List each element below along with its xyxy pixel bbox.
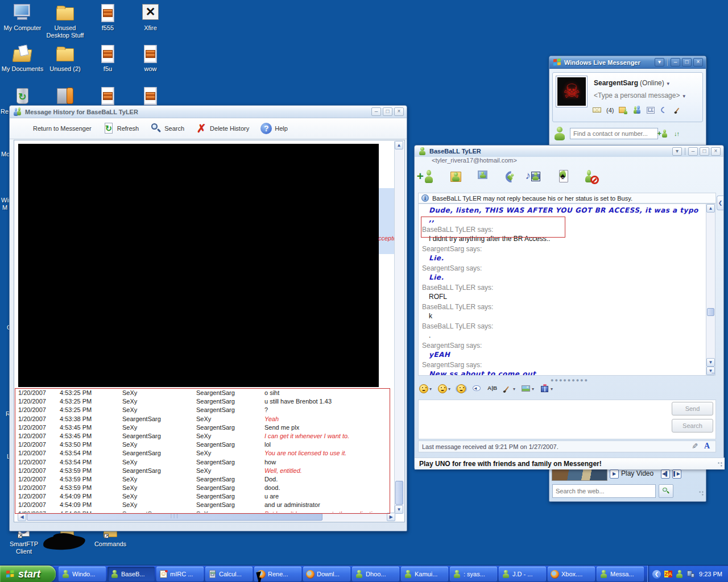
- log-row[interactable]: 1/20/2007 4:53:45 PM SeargentSarg SeXy I…: [18, 432, 395, 440]
- desktop-icon[interactable]: wow: [129, 44, 172, 73]
- format-toolbar-button[interactable]: [539, 383, 554, 394]
- scroll-left-arrow[interactable]: ◀: [18, 513, 26, 521]
- scrollbar-thumb[interactable]: [707, 308, 714, 316]
- personal-message[interactable]: <Type a personal message> ▼: [594, 92, 686, 99]
- desktop-icon[interactable]: Xfire: [129, 3, 172, 39]
- close-button[interactable]: ×: [693, 58, 703, 66]
- web-search-button[interactable]: [659, 484, 673, 498]
- minimize-button[interactable]: –: [688, 147, 698, 156]
- scroll-to-bottom-button[interactable]: ▼̲: [706, 367, 715, 375]
- format-toolbar-button[interactable]: [437, 383, 452, 394]
- taskbar-button[interactable]: Messa...: [597, 567, 644, 581]
- handwriting-mode-icon[interactable]: [692, 443, 700, 451]
- chat-toolbar-icon[interactable]: [450, 169, 465, 184]
- log-row[interactable]: 1/20/2007 4:54:09 PM SeXy SeargentSarg a…: [18, 501, 395, 509]
- desktop-icon[interactable]: [129, 86, 172, 106]
- format-toolbar-button[interactable]: [502, 383, 516, 394]
- display-tray-icon[interactable]: [686, 570, 694, 579]
- tray-chevron-icon[interactable]: ❮: [652, 570, 661, 579]
- window-menu-button[interactable]: ▾: [655, 58, 664, 66]
- search-button[interactable]: Search: [672, 419, 713, 433]
- appearance-brush-icon[interactable]: [673, 106, 682, 114]
- history-toolbar-button[interactable]: Delete History: [191, 120, 254, 136]
- scroll-right-arrow[interactable]: ▶: [387, 513, 395, 521]
- resize-grip[interactable]: [698, 490, 705, 497]
- avatar[interactable]: [556, 76, 587, 107]
- history-toolbar-button[interactable]: Refresh: [98, 120, 144, 136]
- format-toolbar-button[interactable]: [471, 383, 482, 394]
- log-row[interactable]: 1/20/2007 4:53:59 PM SeXy SeargentSarg d…: [18, 484, 395, 492]
- scroll-down-arrow[interactable]: ▼: [395, 505, 403, 514]
- chat-toolbar-icon[interactable]: [531, 169, 545, 184]
- desktop-icon[interactable]: [44, 86, 86, 106]
- contacts-icon[interactable]: [632, 106, 641, 114]
- conversation-area[interactable]: Dude, listen, THIS WAS AFTER YOU GOT BR …: [418, 203, 706, 376]
- chat-toolbar-icon[interactable]: [504, 169, 519, 184]
- format-toolbar-button[interactable]: [520, 383, 535, 394]
- desktop-icon[interactable]: f555: [86, 3, 129, 39]
- history-toolbar-button[interactable]: Search: [146, 120, 189, 136]
- history-toolbar-button[interactable]: Return to Messenger: [14, 120, 96, 136]
- desktop-icon[interactable]: My Documents: [1, 44, 44, 73]
- taskbar-button[interactable]: mIRC ...: [156, 567, 204, 581]
- taskbar-button[interactable]: Calcul...: [205, 567, 253, 581]
- pane-splitter-dots[interactable]: ●●●●●●●●●: [415, 377, 725, 383]
- maximize-button[interactable]: □: [682, 58, 692, 66]
- close-button[interactable]: ×: [711, 147, 721, 156]
- user-status[interactable]: (Online): [640, 79, 664, 87]
- log-row[interactable]: 1/20/2007 4:54:09 PM SeXy SeargentSarg u…: [18, 492, 395, 501]
- log-row[interactable]: 1/20/2007 4:53:45 PM SeXy SeargentSarg S…: [18, 423, 395, 432]
- minimize-button[interactable]: –: [371, 107, 381, 116]
- phone-icon[interactable]: [660, 106, 668, 114]
- taskbar-button[interactable]: Kamui...: [401, 567, 448, 581]
- chat-toolbar-icon[interactable]: [477, 169, 492, 184]
- taskbar-button[interactable]: Downl...: [303, 567, 350, 581]
- log-row[interactable]: 1/20/2007 4:53:54 PM SeargentSarg SeXy Y…: [18, 449, 395, 458]
- format-toolbar-button[interactable]: [456, 383, 467, 394]
- find-contact-input[interactable]: [570, 128, 658, 139]
- log-row[interactable]: 1/20/2007 4:53:25 PM SeXy SeargentSarg ?: [18, 406, 395, 414]
- chat-toolbar-icon[interactable]: [584, 169, 599, 184]
- play-video-button[interactable]: ▶: [610, 469, 619, 479]
- history-vertical-scrollbar[interactable]: ▲ ▼: [394, 141, 404, 514]
- history-horizontal-scrollbar[interactable]: ◀ ▶: [18, 513, 395, 521]
- desktop-icon[interactable]: f5u: [86, 44, 129, 73]
- format-toolbar-button[interactable]: [418, 383, 433, 394]
- desktop-icon[interactable]: My Computer: [1, 3, 44, 39]
- desktop-icon[interactable]: Unused (2): [44, 44, 86, 73]
- scrollbar-thumb[interactable]: [395, 481, 403, 505]
- status-dropdown-caret[interactable]: ▼: [666, 81, 671, 86]
- close-button[interactable]: ×: [394, 107, 404, 116]
- taskbar-button[interactable]: Dhoo...: [352, 567, 399, 581]
- dialpad-icon[interactable]: [646, 106, 655, 114]
- minimize-button[interactable]: –: [671, 58, 680, 66]
- scrollbar-thumb[interactable]: [27, 513, 322, 521]
- scroll-up-arrow[interactable]: ▲: [395, 141, 403, 149]
- scroll-down-arrow[interactable]: ▼: [706, 358, 715, 367]
- history-titlebar[interactable]: Message History for BaseBaLL TyLER – □ ×: [10, 106, 407, 118]
- email-count[interactable]: (4): [606, 107, 614, 114]
- personal-message-caret[interactable]: ▼: [682, 94, 686, 99]
- log-row[interactable]: 1/20/2007 4:53:59 PM SeargentSarg SeXy W…: [18, 467, 395, 475]
- scroll-up-arrow[interactable]: ▲: [706, 204, 715, 213]
- desktop-icon[interactable]: Unused Desktop Stuff: [44, 3, 86, 39]
- format-toolbar-button[interactable]: [486, 383, 498, 394]
- text-mode-icon[interactable]: [704, 443, 712, 451]
- promo-banner[interactable]: Play UNO for free with friends and famil…: [415, 458, 725, 469]
- chat-titlebar[interactable]: BaseBaLL TyLER ▾ – □ ×: [415, 146, 723, 157]
- log-row[interactable]: 1/20/2007 4:53:50 PM SeXy SeargentSarg l…: [18, 440, 395, 449]
- zonealarm-tray-icon[interactable]: [664, 570, 672, 579]
- previous-video-button[interactable]: ◀▌: [661, 469, 670, 479]
- log-row[interactable]: 1/20/2007 4:53:59 PM SeXy SeargentSarg D…: [18, 475, 395, 484]
- taskbar-button[interactable]: Xbox....: [548, 567, 595, 581]
- maximize-button[interactable]: □: [383, 107, 392, 116]
- chat-toolbar-icon[interactable]: [557, 169, 572, 184]
- start-button[interactable]: start: [0, 566, 56, 582]
- taskbar-button[interactable]: Windo...: [59, 567, 106, 581]
- send-button[interactable]: Send: [672, 402, 713, 415]
- log-row[interactable]: 1/20/2007 4:53:25 PM SeXy SeargentSarg o…: [18, 389, 395, 397]
- conversation-scrollbar[interactable]: ▲ ▼ ▼̲: [706, 203, 715, 376]
- desktop-icon[interactable]: [1, 86, 44, 106]
- messenger-tray-icon[interactable]: [676, 570, 684, 579]
- history-toolbar-button[interactable]: Help: [256, 120, 292, 136]
